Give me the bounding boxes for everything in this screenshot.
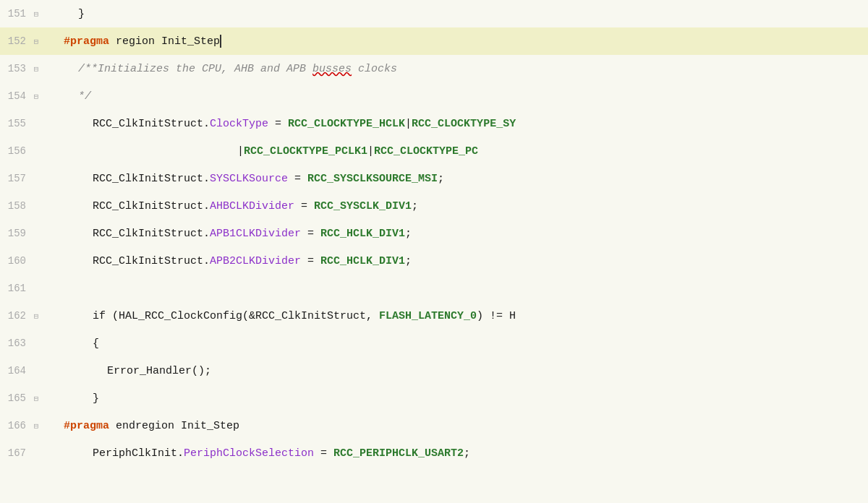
token-158-3: = xyxy=(294,199,314,214)
line-number-area-166: 166 ⊟ xyxy=(0,412,58,439)
line-number-area-158: 158 xyxy=(0,192,58,220)
token-158-4: RCC_SYSCLK_DIV1 xyxy=(314,199,412,214)
code-content-160: RCC_ClkInitStruct.APB2CLKDivider = RCC_H… xyxy=(58,247,868,275)
line-number-area-152: 152 ⊟ xyxy=(0,27,58,55)
fold-icon-162[interactable]: ⊟ xyxy=(30,310,42,322)
token-159-3: = xyxy=(301,226,320,241)
line-number-167: 167 xyxy=(0,447,30,459)
line-number-159: 159 xyxy=(0,228,30,239)
line-number-151: 151 xyxy=(0,8,30,20)
token-155-5: | xyxy=(405,116,412,132)
token-160-2: APB2CLKDivider xyxy=(210,254,301,269)
token-164-1: Error_Handler(); xyxy=(107,364,211,379)
token-152-pragma: #pragma xyxy=(64,34,116,49)
code-line-154: 154 ⊟ */ xyxy=(0,82,868,110)
line-number-164: 164 xyxy=(0,365,30,377)
token-165-1: } xyxy=(93,391,99,406)
token-158-1: RCC_ClkInitStruct. xyxy=(93,199,210,214)
fold-icon-161 xyxy=(30,283,42,294)
token-156-2: RCC_CLOCKTYPE_PCLK1 xyxy=(244,144,367,159)
fold-icon-163 xyxy=(30,338,42,349)
code-content-155: RCC_ClkInitStruct.ClockType = RCC_CLOCKT… xyxy=(58,110,868,137)
code-content-151: } xyxy=(58,0,868,27)
code-line-158: 158 RCC_ClkInitStruct.AHBCLKDivider = RC… xyxy=(0,192,868,220)
token-155-2: ClockType xyxy=(210,116,268,132)
line-number-156: 156 xyxy=(0,145,30,157)
line-number-area-154: 154 ⊟ xyxy=(0,82,58,110)
token-159-2: APB1CLKDivider xyxy=(210,226,301,241)
line-number-area-157: 157 xyxy=(0,165,58,192)
code-line-163: 163 { xyxy=(0,330,868,357)
token-157-1: RCC_ClkInitStruct. xyxy=(93,171,210,186)
token-162-1: if (HAL_RCC_ClockConfig(&RCC_ClkInitStru… xyxy=(93,309,379,324)
fold-icon-151[interactable]: ⊟ xyxy=(30,8,42,20)
code-content-158: RCC_ClkInitStruct.AHBCLKDivider = RCC_SY… xyxy=(58,192,868,220)
line-number-166: 166 xyxy=(0,420,30,431)
fold-icon-158 xyxy=(30,200,42,212)
token-167-1: PeriphClkInit. xyxy=(93,446,184,461)
token-157-3: = xyxy=(288,171,307,186)
code-content-164: Error_Handler(); xyxy=(58,357,868,384)
token-155-3: = xyxy=(268,116,288,132)
code-content-157: RCC_ClkInitStruct.SYSCLKSource = RCC_SYS… xyxy=(58,165,868,192)
token-167-5: ; xyxy=(464,446,470,461)
line-number-area-151: 151 ⊟ xyxy=(0,0,58,27)
code-content-156: |RCC_CLOCKTYPE_PCLK1|RCC_CLOCKTYPE_PC xyxy=(58,137,868,165)
code-content-167: PeriphClkInit.PeriphClockSelection = RCC… xyxy=(58,439,868,467)
line-number-area-159: 159 xyxy=(0,220,58,247)
token-159-5: ; xyxy=(405,226,412,241)
code-line-160: 160 RCC_ClkInitStruct.APB2CLKDivider = R… xyxy=(0,247,868,275)
token-158-5: ; xyxy=(412,199,418,214)
code-line-162: 162 ⊟ if (HAL_RCC_ClockConfig(&RCC_ClkIn… xyxy=(0,302,868,330)
token-156-4: RCC_CLOCKTYPE_PC xyxy=(374,144,478,159)
token-153-and: and xyxy=(260,61,280,77)
code-content-166: #pragma endregion Init_Step xyxy=(58,412,868,439)
line-number-area-162: 162 ⊟ xyxy=(0,302,58,330)
fold-icon-154[interactable]: ⊟ xyxy=(30,90,42,102)
line-number-area-164: 164 xyxy=(0,357,58,384)
fold-icon-165[interactable]: ⊟ xyxy=(30,392,42,404)
token-154-1: */ xyxy=(78,89,91,104)
fold-icon-159 xyxy=(30,228,42,239)
token-153-3: clocks xyxy=(352,61,397,77)
token-155-6: RCC_CLOCKTYPE_SY xyxy=(412,116,516,132)
code-content-163: { xyxy=(58,330,868,357)
token-158-2: AHBCLKDivider xyxy=(210,199,294,214)
fold-icon-152[interactable]: ⊟ xyxy=(30,35,42,47)
line-number-area-160: 160 xyxy=(0,247,58,275)
fold-icon-153[interactable]: ⊟ xyxy=(30,63,42,74)
code-content-159: RCC_ClkInitStruct.APB1CLKDivider = RCC_H… xyxy=(58,220,868,247)
token-167-2: PeriphClockSelection xyxy=(184,446,314,461)
line-number-157: 157 xyxy=(0,173,30,184)
line-number-161: 161 xyxy=(0,283,30,294)
code-line-167: 167 PeriphClkInit.PeriphClockSelection =… xyxy=(0,439,868,467)
token-163-1: { xyxy=(93,336,99,351)
token-155-1: RCC_ClkInitStruct. xyxy=(93,116,210,132)
line-number-area-153: 153 ⊟ xyxy=(0,55,58,82)
code-line-159: 159 RCC_ClkInitStruct.APB1CLKDivider = R… xyxy=(0,220,868,247)
token-155-4: RCC_CLOCKTYPE_HCLK xyxy=(288,116,405,132)
code-line-161: 161 xyxy=(0,275,868,302)
code-line-155: 155 RCC_ClkInitStruct.ClockType = RCC_CL… xyxy=(0,110,868,137)
token-160-1: RCC_ClkInitStruct. xyxy=(93,254,210,269)
token-166-pragma: #pragma xyxy=(64,418,116,434)
token-151-1: } xyxy=(78,7,85,22)
line-number-area-165: 165 ⊟ xyxy=(0,384,58,412)
line-number-area-155: 155 xyxy=(0,110,58,137)
token-167-3: = xyxy=(314,446,333,461)
token-153-busses: busses xyxy=(312,61,352,77)
token-160-5: ; xyxy=(405,254,412,269)
fold-icon-166[interactable]: ⊟ xyxy=(30,420,42,431)
line-number-158: 158 xyxy=(0,200,30,212)
code-line-166: 166 ⊟ #pragma endregion Init_Step xyxy=(0,412,868,439)
code-content-153: /**Initializes the CPU, AHB and APB buss… xyxy=(58,55,868,82)
line-number-area-161: 161 xyxy=(0,275,58,302)
code-content-165: } xyxy=(58,384,868,412)
token-166-text: endregion Init_Step xyxy=(116,418,239,434)
line-number-160: 160 xyxy=(0,255,30,267)
token-153-1: /**Initializes the CPU, AHB xyxy=(78,61,260,77)
token-156-1: | xyxy=(237,144,244,159)
code-content-161 xyxy=(58,275,868,302)
token-157-2: SYSCLKSource xyxy=(210,171,288,186)
code-line-153: 153 ⊟ /**Initializes the CPU, AHB and AP… xyxy=(0,55,868,82)
